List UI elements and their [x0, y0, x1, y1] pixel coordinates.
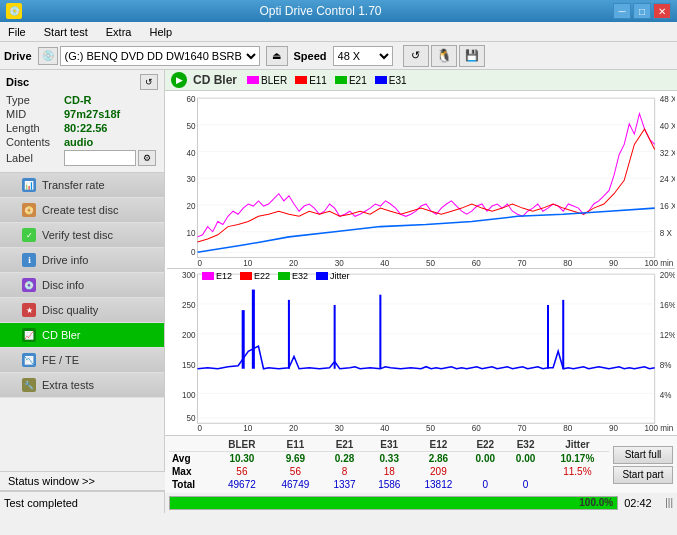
sidebar-item-extra-tests[interactable]: 🔧 Extra tests — [0, 373, 164, 398]
svg-text:80: 80 — [563, 259, 572, 268]
status-time: 02:42 — [624, 497, 659, 509]
sidebar-item-disc-info[interactable]: 💿 Disc info — [0, 273, 164, 298]
svg-text:90: 90 — [609, 259, 618, 268]
speed-label: Speed — [294, 50, 327, 62]
progress-bar: 100.0% — [169, 496, 618, 510]
drive-row: Drive 💿 (G:) BENQ DVD DD DW1640 BSRB ⏏ S… — [0, 42, 677, 70]
create-test-label: Create test disc — [42, 204, 118, 216]
menu-extra[interactable]: Extra — [102, 25, 136, 39]
max-e32 — [505, 465, 545, 478]
svg-text:50: 50 — [426, 259, 435, 268]
extra-tests-icon: 🔧 — [22, 378, 36, 392]
minimize-button[interactable]: ─ — [613, 3, 631, 19]
cd-bler-icon: 📈 — [22, 328, 36, 342]
svg-text:30: 30 — [186, 175, 195, 184]
close-button[interactable]: ✕ — [653, 3, 671, 19]
charts-container: 60 50 40 30 20 10 0 48 X 40 X 32 X 24 X … — [165, 91, 677, 435]
total-e11: 46749 — [269, 478, 323, 491]
sidebar-item-cd-bler[interactable]: 📈 CD Bler — [0, 323, 164, 348]
svg-text:10: 10 — [186, 229, 195, 238]
info-button[interactable]: 🐧 — [431, 45, 457, 67]
svg-text:10: 10 — [243, 259, 252, 268]
legend-e32: E32 — [292, 271, 308, 281]
stats-header-e31: E31 — [367, 438, 412, 452]
maximize-button[interactable]: □ — [633, 3, 651, 19]
type-label: Type — [6, 94, 64, 106]
avg-e31: 0.33 — [367, 452, 412, 466]
sidebar-item-create-test-disc[interactable]: 📀 Create test disc — [0, 198, 164, 223]
disc-label-input[interactable] — [64, 150, 136, 166]
svg-text:20: 20 — [186, 202, 195, 211]
progress-bar-fill — [170, 497, 617, 509]
menu-start-test[interactable]: Start test — [40, 25, 92, 39]
svg-text:100 min: 100 min — [645, 424, 674, 433]
svg-rect-32 — [197, 274, 654, 423]
jitter-chart: E12 E22 E32 Jitter 30 — [167, 269, 675, 434]
start-full-button[interactable]: Start full — [613, 446, 673, 464]
avg-bler: 10.30 — [215, 452, 269, 466]
mid-label: MID — [6, 108, 64, 120]
sidebar-item-disc-quality[interactable]: ★ Disc quality — [0, 298, 164, 323]
app-icon: 💿 — [6, 3, 22, 19]
stats-header-jitter: Jitter — [546, 438, 609, 452]
menu-file[interactable]: File — [4, 25, 30, 39]
start-part-button[interactable]: Start part — [613, 466, 673, 484]
contents-value: audio — [64, 136, 93, 148]
bler-chart-svg: 60 50 40 30 20 10 0 48 X 40 X 32 X 24 X … — [167, 93, 675, 268]
stats-header-e12: E12 — [412, 438, 466, 452]
drive-selector[interactable]: 💿 (G:) BENQ DVD DD DW1640 BSRB — [38, 46, 260, 66]
eject-button[interactable]: ⏏ — [266, 46, 288, 66]
sidebar-item-drive-info[interactable]: ℹ Drive info — [0, 248, 164, 273]
avg-e32: 0.00 — [505, 452, 545, 466]
svg-text:8 X: 8 X — [660, 229, 673, 238]
svg-text:10: 10 — [243, 424, 252, 433]
chart-header: ▶ CD Bler BLER E11 E21 E31 — [165, 70, 677, 91]
save-button[interactable]: 💾 — [459, 45, 485, 67]
disc-panel-title: Disc — [6, 76, 29, 88]
drive-info-label: Drive info — [42, 254, 88, 266]
svg-text:40 X: 40 X — [660, 122, 675, 131]
content-area: ▶ CD Bler BLER E11 E21 E31 — [165, 70, 677, 491]
status-window-button[interactable]: Status window >> — [0, 472, 165, 490]
svg-text:60: 60 — [472, 424, 481, 433]
total-e32: 0 — [505, 478, 545, 491]
disc-panel-refresh[interactable]: ↺ — [140, 74, 158, 90]
svg-text:4%: 4% — [660, 390, 672, 399]
fe-te-label: FE / TE — [42, 354, 79, 366]
drive-select[interactable]: (G:) BENQ DVD DD DW1640 BSRB — [60, 46, 260, 66]
status-window-btn-wrapper[interactable]: Status window >> — [0, 471, 165, 491]
toolbar-buttons: ↺ 🐧 💾 — [403, 45, 485, 67]
refresh-button[interactable]: ↺ — [403, 45, 429, 67]
status-bar-container: Test completed 100.0% 02:42 ||| — [0, 491, 677, 513]
svg-text:40: 40 — [186, 149, 195, 158]
sidebar-item-fe-te[interactable]: 📉 FE / TE — [0, 348, 164, 373]
contents-label: Contents — [6, 136, 64, 148]
svg-text:50: 50 — [186, 414, 195, 423]
menu-bar: File Start test Extra Help — [0, 22, 677, 42]
main-layout: Disc ↺ Type CD-R MID 97m27s18f Length 80… — [0, 70, 677, 491]
sidebar: Disc ↺ Type CD-R MID 97m27s18f Length 80… — [0, 70, 165, 491]
avg-e12: 2.86 — [412, 452, 466, 466]
svg-text:100: 100 — [182, 390, 196, 399]
sidebar-item-verify-test-disc[interactable]: ✓ Verify test disc — [0, 223, 164, 248]
menu-help[interactable]: Help — [145, 25, 176, 39]
status-text: Test completed — [4, 497, 78, 509]
svg-text:90: 90 — [609, 424, 618, 433]
drive-icon: 💿 — [38, 47, 58, 65]
label-settings-button[interactable]: ⚙ — [138, 150, 156, 166]
svg-text:60: 60 — [186, 95, 195, 104]
progress-text: 100.0% — [579, 497, 613, 509]
svg-text:60: 60 — [472, 259, 481, 268]
stats-buttons: Start full Start part — [613, 446, 673, 484]
mid-value: 97m27s18f — [64, 108, 120, 120]
svg-text:8%: 8% — [660, 360, 672, 369]
speed-select[interactable]: 48 X — [333, 46, 393, 66]
status-completed: Test completed — [0, 492, 165, 513]
stats-header-e32: E32 — [505, 438, 545, 452]
svg-text:0: 0 — [191, 248, 196, 257]
total-e12: 13812 — [412, 478, 466, 491]
sidebar-item-transfer-rate[interactable]: 📊 Transfer rate — [0, 173, 164, 198]
disc-info-icon: 💿 — [22, 278, 36, 292]
transfer-rate-icon: 📊 — [22, 178, 36, 192]
svg-text:12%: 12% — [660, 331, 675, 340]
